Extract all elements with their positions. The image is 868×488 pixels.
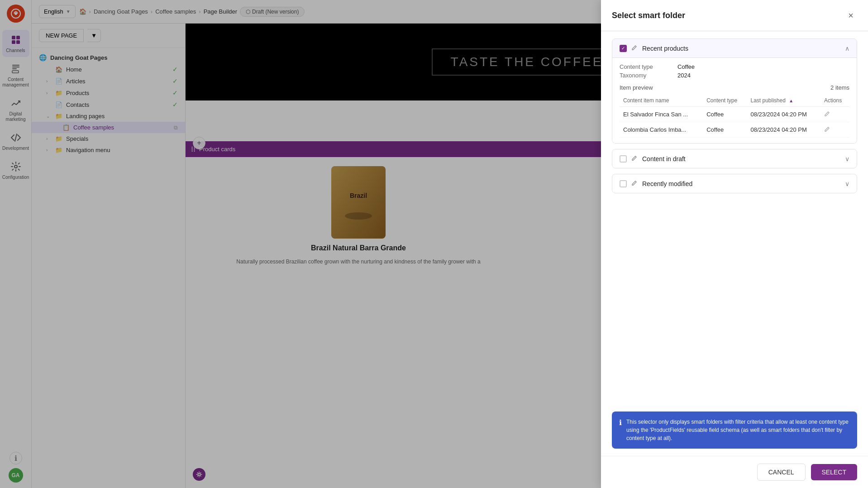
folder-recent-products-name: Recent products (642, 45, 840, 52)
folder-item-recent-products: ✓ Recent products ∧ Content type Coffee (612, 38, 857, 144)
cancel-button[interactable]: CANCEL (757, 464, 806, 481)
row-name: Colombia Carlos Imba... (620, 122, 703, 138)
row-type: Coffee (703, 122, 747, 138)
folder-content-draft-name: Content in draft (642, 155, 840, 163)
content-type-label: Content type (620, 63, 674, 70)
item-count: 2 items (830, 84, 849, 91)
select-button[interactable]: SELECT (811, 464, 857, 480)
row-published: 08/23/2024 04:20 PM (747, 122, 820, 138)
modal-body: ✓ Recent products ∧ Content type Coffee (601, 31, 868, 404)
info-banner: ℹ This selector only displays smart fold… (612, 411, 857, 449)
row-actions (820, 122, 849, 138)
folder-recently-modified-checkbox[interactable] (620, 180, 627, 187)
row-type: Coffee (703, 107, 747, 122)
row-edit-icon[interactable] (824, 111, 830, 118)
edit-icon (631, 155, 638, 163)
folder-recently-modified-header[interactable]: Recently modified ∨ (612, 174, 857, 193)
folder-content-draft-header[interactable]: Content in draft ∨ (612, 149, 857, 168)
col-header-actions: Actions (820, 95, 849, 107)
col-header-name: Content item name (620, 95, 703, 107)
info-circle-icon: ℹ (619, 418, 622, 427)
table-row: Colombia Carlos Imba... Coffee 08/23/202… (620, 122, 849, 138)
modal-title: Select smart folder (612, 11, 685, 20)
row-published: 08/23/2024 04:20 PM (747, 107, 820, 122)
col-header-type: Content type (703, 95, 747, 107)
modal-panel: Select smart folder × ✓ Recent products (601, 0, 868, 488)
folder-recent-products-details: Content type Coffee Taxonomy 2024 Item p… (612, 58, 857, 143)
folder-item-recently-modified: Recently modified ∨ (612, 174, 857, 193)
folder-meta: Content type Coffee Taxonomy 2024 (620, 63, 849, 79)
folder-recently-modified-name: Recently modified (642, 180, 840, 187)
chevron-down-icon: ∨ (845, 180, 849, 187)
folder-content-draft-checkbox[interactable] (620, 155, 627, 163)
folder-recent-products-checkbox[interactable]: ✓ (620, 45, 627, 52)
row-name: El Salvador Finca San ... (620, 107, 703, 122)
row-actions (820, 107, 849, 122)
taxonomy-value: 2024 (677, 72, 849, 79)
modal-footer: CANCEL SELECT (601, 456, 868, 488)
chevron-down-icon: ∨ (845, 155, 849, 163)
items-table: Content item name Content type Last publ… (620, 95, 849, 138)
col-header-published[interactable]: Last published ▲ (747, 95, 820, 107)
taxonomy-label: Taxonomy (620, 72, 674, 79)
modal-header: Select smart folder × (601, 0, 868, 31)
edit-icon (631, 44, 638, 52)
item-preview-label: Item preview (620, 84, 653, 91)
folder-recent-products-header[interactable]: ✓ Recent products ∧ (612, 39, 857, 58)
content-type-value: Coffee (677, 63, 849, 70)
checkmark-icon: ✓ (621, 46, 625, 51)
chevron-up-icon: ∧ (845, 45, 849, 52)
folder-item-content-in-draft: Content in draft ∨ (612, 149, 857, 168)
edit-icon (631, 180, 638, 187)
table-row: El Salvador Finca San ... Coffee 08/23/2… (620, 107, 849, 122)
modal-close-button[interactable]: × (844, 9, 857, 22)
item-preview-header: Item preview 2 items (620, 84, 849, 91)
info-banner-text: This selector only displays smart folder… (626, 418, 850, 442)
sort-icon: ▲ (789, 98, 793, 103)
modal-overlay: Select smart folder × ✓ Recent products (0, 0, 868, 488)
row-edit-icon[interactable] (824, 127, 830, 134)
